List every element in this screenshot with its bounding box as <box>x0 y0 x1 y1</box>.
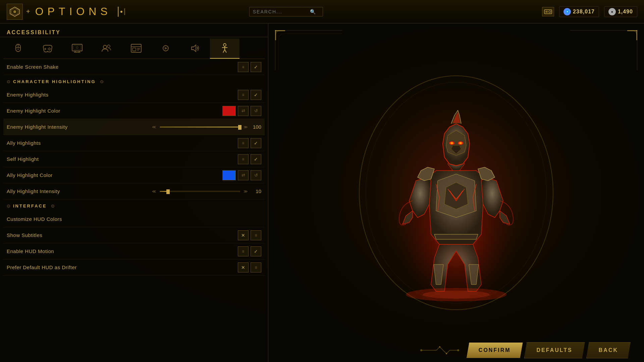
svg-rect-38 <box>275 30 285 31</box>
bars-btn-show-subtitles[interactable]: ≡ <box>251 230 261 240</box>
tab-display[interactable] <box>62 39 92 59</box>
setting-prefer-default-hud: Prefer Default HUD as Drifter ✕ ≡ <box>3 259 265 276</box>
search-bar: 🔍 <box>249 7 323 16</box>
section-icon-char2: ⊙ <box>100 79 104 84</box>
setting-ally-highlights: Ally Highlights ≡ ✓ <box>3 135 265 151</box>
platinum-value: 238,017 <box>573 9 595 15</box>
bars-btn-screen-shake[interactable]: ≡ <box>238 62 249 72</box>
check-btn-enemy-highlights[interactable]: ✓ <box>251 90 261 100</box>
top-bar: + OPTIONS 🔍 💠 238,017 ● 1,490 <box>0 0 644 23</box>
slider-left-arrow-enemy[interactable]: ≪ <box>151 123 158 131</box>
confirm-button[interactable]: CONFIRM <box>467 343 523 358</box>
platinum-icon: 💠 <box>564 8 571 15</box>
check-btn-self-highlight[interactable]: ✓ <box>251 154 261 164</box>
bars-btn-ally-highlights[interactable]: ≡ <box>238 138 249 148</box>
reset-btn-ally-color[interactable]: ↺ <box>251 170 261 180</box>
tab-accessibility[interactable] <box>210 39 239 59</box>
search-input[interactable] <box>253 9 310 14</box>
plus-icon: + <box>26 8 30 15</box>
svg-point-45 <box>450 142 453 144</box>
setting-ally-highlight-color: Ally Highlight Color ⇄ ↺ <box>3 167 265 183</box>
setting-enemy-highlight-intensity: Enemy Highlight Intensity ≪ ≫ 100 <box>3 119 265 135</box>
svg-point-49 <box>420 349 422 351</box>
slider-right-arrow-ally[interactable]: ≫ <box>242 188 249 195</box>
svg-rect-26 <box>132 48 136 51</box>
search-icon: 🔍 <box>310 9 316 14</box>
svg-point-21 <box>76 47 78 49</box>
title-logo: + OPTIONS <box>7 4 125 20</box>
character-display <box>362 80 550 315</box>
svg-rect-39 <box>275 30 276 40</box>
svg-point-50 <box>457 349 459 351</box>
tab-controller[interactable] <box>33 39 62 59</box>
bars-btn-self-highlight[interactable]: ≡ <box>238 154 249 164</box>
setting-controls-ally-intensity: ≪ ≫ 10 <box>151 188 261 195</box>
tab-ui[interactable] <box>121 39 151 59</box>
setting-show-subtitles: Show Subtitles ✕ ≡ <box>3 227 265 243</box>
section-icon-char: ⊙ <box>7 79 10 84</box>
logo-icon <box>7 4 23 20</box>
svg-point-23 <box>107 45 110 48</box>
check-btn-hud-motion[interactable]: ✓ <box>251 246 261 256</box>
setting-enable-hud-motion: Enable HUD Motion ≡ ✓ <box>3 243 265 259</box>
check-btn-ally-highlights[interactable]: ✓ <box>251 138 261 148</box>
setting-label-enable-screen-shake: Enable Screen Shake <box>7 64 59 70</box>
setting-label-self-highlight: Self Highlight <box>7 156 39 162</box>
slider-right-arrow-enemy[interactable]: ≫ <box>242 123 249 131</box>
setting-label-enemy-color: Enemy Highlight Color <box>7 108 60 114</box>
setting-controls-self-highlight: ≡ ✓ <box>238 154 261 164</box>
frame-decoration-tr <box>570 30 637 70</box>
bars-btn-prefer-hud[interactable]: ≡ <box>251 262 261 273</box>
slider-track-enemy[interactable] <box>160 126 240 128</box>
svg-line-37 <box>225 50 226 53</box>
svg-point-5 <box>549 11 551 13</box>
shuffle-btn-ally-color[interactable]: ⇄ <box>238 170 249 180</box>
tab-mouse[interactable] <box>3 39 33 59</box>
section-label-char: CHARACTER HIGHLIGHTING <box>13 79 96 84</box>
svg-point-9 <box>17 49 19 50</box>
svg-point-46 <box>459 142 462 144</box>
tab-streaming[interactable] <box>151 39 180 59</box>
shuffle-btn-enemy-color[interactable]: ⇄ <box>238 106 249 116</box>
x-btn-show-subtitles[interactable]: ✕ <box>238 230 249 240</box>
setting-label-enemy-intensity: Enemy Highlight Intensity <box>7 124 68 130</box>
setting-customize-hud: Customize HUD Colors <box>3 211 265 227</box>
svg-point-33 <box>223 44 226 46</box>
setting-self-highlight: Self Highlight ≡ ✓ <box>3 151 265 167</box>
setting-label-hud-motion: Enable HUD Motion <box>7 248 54 254</box>
character-svg <box>369 83 543 311</box>
tab-social[interactable] <box>92 39 121 59</box>
section-interface: ⊙ INTERFACE ⊙ <box>3 201 265 211</box>
settings-list: Enable Screen Shake ≡ ✓ ⊙ CHARACTER HIGH… <box>0 59 268 362</box>
setting-controls-enemy-intensity: ≪ ≫ 100 <box>151 123 261 131</box>
x-btn-prefer-hud[interactable]: ✕ <box>238 262 249 273</box>
svg-marker-32 <box>192 45 196 52</box>
left-panel: ACCESSIBILITY <box>0 23 268 362</box>
check-btn-screen-shake[interactable]: ✓ <box>251 62 261 72</box>
setting-label-show-subtitles: Show Subtitles <box>7 232 42 238</box>
slider-value-enemy: 100 <box>251 124 261 130</box>
bars-btn-hud-motion[interactable]: ≡ <box>238 246 249 256</box>
color-swatch-enemy[interactable] <box>222 106 236 116</box>
tab-audio[interactable] <box>180 39 210 59</box>
back-button[interactable]: BACK <box>586 342 631 358</box>
setting-label-ally-intensity: Ally Highlight Intensity <box>7 188 60 194</box>
svg-rect-41 <box>636 30 637 40</box>
setting-enemy-highlights: Enemy Highlights ≡ ✓ <box>3 87 265 103</box>
slider-track-ally[interactable] <box>160 191 240 192</box>
reset-btn-enemy-color[interactable]: ↺ <box>251 106 261 116</box>
page-title: OPTIONS <box>35 5 112 18</box>
setting-controls-enable-screen-shake: ≡ ✓ <box>238 62 261 72</box>
frame-decoration-tl <box>275 30 342 70</box>
setting-enable-screen-shake: Enable Screen Shake ≡ ✓ <box>3 59 265 75</box>
svg-point-51 <box>439 346 440 348</box>
bars-btn-enemy-highlights[interactable]: ≡ <box>238 90 249 100</box>
platform-icon <box>542 7 554 16</box>
section-label-interface: INTERFACE <box>13 203 47 208</box>
color-swatch-ally[interactable] <box>222 170 236 180</box>
slider-left-arrow-ally[interactable]: ≪ <box>151 188 158 195</box>
title-decoration <box>118 7 125 17</box>
setting-label-ally-color: Ally Highlight Color <box>7 172 53 178</box>
defaults-button[interactable]: DEFAULTS <box>524 342 585 358</box>
setting-controls-ally-highlights: ≡ ✓ <box>238 138 261 148</box>
